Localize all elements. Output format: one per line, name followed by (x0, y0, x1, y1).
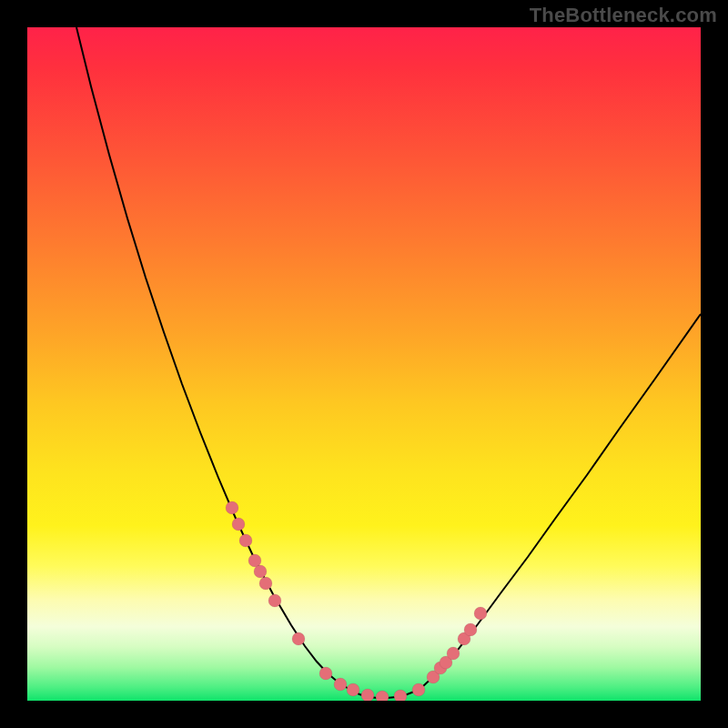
marker-dot (447, 647, 460, 660)
marker-dot (334, 678, 347, 691)
marker-dot (254, 565, 267, 578)
marker-group (226, 501, 487, 701)
marker-dot (464, 623, 477, 636)
marker-dot (412, 683, 425, 696)
marker-dot (361, 689, 374, 701)
curve-left-arm (76, 27, 350, 690)
marker-dot (319, 667, 332, 680)
marker-dot (376, 691, 389, 701)
marker-dot (259, 577, 272, 590)
marker-dot (239, 534, 252, 547)
marker-dot (268, 594, 281, 607)
chart-stage: TheBottleneck.com (0, 0, 728, 728)
marker-dot (394, 690, 407, 701)
curve-layer (27, 27, 701, 701)
plot-area (27, 27, 701, 701)
marker-dot (347, 683, 359, 696)
marker-dot (226, 501, 238, 514)
marker-dot (232, 518, 245, 531)
marker-dot (292, 632, 305, 645)
watermark-text: TheBottleneck.com (530, 4, 717, 27)
marker-dot (474, 607, 487, 620)
